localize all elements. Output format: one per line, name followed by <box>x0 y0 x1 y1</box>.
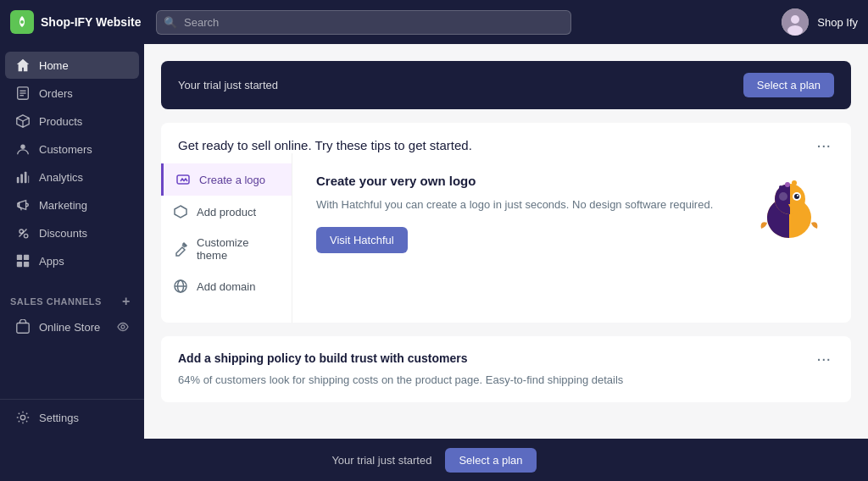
orders-icon <box>15 86 31 101</box>
sidebar-nav: Home Orders Products <box>0 44 144 282</box>
tip-content-title: Create your very own logo <box>316 174 734 188</box>
shipping-more-button[interactable]: ··· <box>813 350 834 367</box>
sidebar-label-settings: Settings <box>39 412 79 424</box>
sidebar-label-analytics: Analytics <box>39 171 83 184</box>
tip-content: Create your very own logo With Hatchful … <box>292 153 851 323</box>
svg-point-2 <box>791 15 799 24</box>
sidebar-label-products: Products <box>39 115 82 128</box>
add-domain-icon <box>173 279 188 294</box>
svg-point-40 <box>779 185 782 189</box>
sidebar-item-customers[interactable]: Customers <box>5 135 139 163</box>
svg-point-37 <box>779 192 787 201</box>
svg-rect-14 <box>20 174 23 183</box>
svg-point-12 <box>20 145 25 149</box>
svg-point-18 <box>24 234 27 238</box>
svg-rect-15 <box>25 172 27 184</box>
shipping-card-title: Add a shipping policy to build trust wit… <box>178 351 467 365</box>
search-icon: 🔍 <box>164 16 177 29</box>
shipping-card-header: Add a shipping policy to build trust wit… <box>178 350 834 367</box>
sidebar-label-apps: Apps <box>39 255 64 268</box>
svg-rect-24 <box>17 323 29 334</box>
visit-hatchful-button[interactable]: Visit Hatchful <box>316 227 408 253</box>
tips-list: Create a logo Add product <box>161 153 292 323</box>
svg-line-10 <box>17 118 23 121</box>
sidebar-item-orders[interactable]: Orders <box>5 80 139 107</box>
sidebar-item-products[interactable]: Products <box>5 108 139 135</box>
svg-rect-23 <box>24 262 29 267</box>
sidebar-item-marketing[interactable]: Marketing <box>5 191 139 218</box>
top-nav: Shop-IFY Website 🔍 Shop Ify <box>0 0 868 44</box>
tips-card-title: Get ready to sell online. Try these tips… <box>178 138 472 152</box>
svg-rect-22 <box>17 262 22 267</box>
tip-label-customize-theme: Customize theme <box>197 236 280 262</box>
select-plan-bottom-button[interactable]: Select a plan <box>445 448 536 473</box>
svg-point-38 <box>785 182 790 187</box>
svg-line-11 <box>23 118 29 121</box>
tips-card-header: Get ready to sell online. Try these tips… <box>161 123 851 153</box>
svg-rect-21 <box>24 255 29 260</box>
sidebar-label-marketing: Marketing <box>39 199 87 212</box>
tip-item-add-product[interactable]: Add product <box>161 196 292 228</box>
online-store-icon <box>15 319 31 334</box>
sidebar-item-home[interactable]: Home <box>5 52 139 79</box>
home-icon <box>15 58 31 73</box>
eye-icon <box>117 321 129 333</box>
svg-point-26 <box>20 415 25 419</box>
analytics-icon <box>15 169 31 185</box>
svg-point-3 <box>787 25 803 36</box>
sidebar-item-settings[interactable]: Settings <box>5 404 139 431</box>
search-input[interactable] <box>156 10 571 35</box>
hatchful-image <box>751 174 827 250</box>
add-sales-channel-button[interactable]: + <box>119 294 134 309</box>
sidebar-item-analytics[interactable]: Analytics <box>5 163 139 191</box>
trial-banner-text: Your trial just started <box>178 79 278 91</box>
marketing-icon <box>15 197 31 213</box>
tips-more-button[interactable]: ··· <box>813 136 834 153</box>
nav-right: Shop Ify <box>782 8 858 36</box>
brand[interactable]: Shop-IFY Website <box>10 10 146 34</box>
main-content: Your trial just started Select a plan Ge… <box>144 44 868 439</box>
shipping-card-desc: 64% of customers look for shipping costs… <box>178 372 834 389</box>
sidebar: Home Orders Products <box>0 44 144 439</box>
settings-icon <box>15 410 31 425</box>
sidebar-bottom: Settings <box>0 399 144 432</box>
sidebar-label-online-store: Online Store <box>39 321 100 334</box>
svg-marker-28 <box>175 206 186 218</box>
sales-channels-label: SALES CHANNELS <box>10 296 102 307</box>
products-icon <box>15 113 31 129</box>
svg-rect-16 <box>28 175 29 183</box>
tip-item-create-logo[interactable]: Create a logo <box>161 163 292 196</box>
sidebar-item-apps[interactable]: Apps <box>5 247 139 274</box>
tip-content-text: Create your very own logo With Hatchful … <box>316 174 734 253</box>
tip-item-customize-theme[interactable]: Customize theme <box>161 228 292 270</box>
search-bar: 🔍 <box>156 10 571 35</box>
tip-label-add-product: Add product <box>197 206 256 218</box>
brand-name: Shop-IFY Website <box>41 15 142 29</box>
sidebar-label-customers: Customers <box>39 143 92 156</box>
avatar[interactable] <box>782 8 809 36</box>
sidebar-label-home: Home <box>39 59 69 72</box>
sidebar-item-online-store[interactable]: Online Store <box>5 313 139 340</box>
customers-icon <box>15 141 31 157</box>
bottom-bar-text: Your trial just started <box>331 454 431 467</box>
svg-point-36 <box>797 195 798 196</box>
svg-rect-13 <box>17 177 19 183</box>
svg-point-35 <box>794 194 799 199</box>
select-plan-button[interactable]: Select a plan <box>743 73 834 97</box>
tip-label-add-domain: Add domain <box>197 280 255 293</box>
shipping-card: Add a shipping policy to build trust wit… <box>161 336 851 402</box>
customize-theme-icon <box>173 241 188 257</box>
svg-point-0 <box>20 20 24 24</box>
tips-card: Get ready to sell online. Try these tips… <box>161 123 851 323</box>
svg-point-39 <box>792 180 797 185</box>
nav-username: Shop Ify <box>817 16 858 29</box>
tips-card-body: Create a logo Add product <box>161 153 851 323</box>
discounts-icon <box>15 225 31 240</box>
tip-item-add-domain[interactable]: Add domain <box>161 270 292 302</box>
bottom-bar: Your trial just started Select a plan <box>0 439 868 481</box>
tip-label-create-logo: Create a logo <box>199 174 265 186</box>
svg-rect-20 <box>17 255 22 260</box>
create-logo-icon <box>175 172 191 187</box>
tip-content-desc: With Hatchful you can create a logo in j… <box>316 196 734 213</box>
sidebar-item-discounts[interactable]: Discounts <box>5 219 139 246</box>
